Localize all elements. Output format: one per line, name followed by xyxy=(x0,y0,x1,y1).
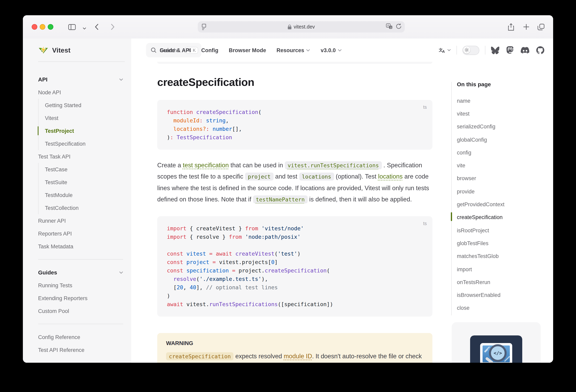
outline-item-name[interactable]: name xyxy=(457,94,504,107)
text-link-module-id[interactable]: module ID xyxy=(284,353,312,360)
sidebar-item-vitest[interactable]: Vitest xyxy=(45,112,123,124)
sidebar-item-testcase[interactable]: TestCase xyxy=(45,163,123,176)
close-window-button[interactable] xyxy=(32,24,37,30)
divider xyxy=(485,46,485,55)
text-run: that can be used in xyxy=(229,161,285,168)
code-line: import { createVitest } from 'vitest/nod… xyxy=(167,224,423,233)
text-link-test-specification[interactable]: test specification xyxy=(183,161,229,168)
language-switcher[interactable]: 文 A xyxy=(439,47,451,53)
signature-code-block[interactable]: ts function createSpecification( moduleI… xyxy=(157,100,432,150)
outline-list: namevitestserializedConfigglobalConfigco… xyxy=(457,94,504,315)
sidebar-item-custom-pool[interactable]: Custom Pool xyxy=(38,304,123,317)
outline-title: On this page xyxy=(457,81,491,88)
outline-item-browser[interactable]: browser xyxy=(457,172,504,185)
outline-item-provide[interactable]: provide xyxy=(457,185,504,198)
sidebar-item-extending-reporters[interactable]: Extending Reporters xyxy=(38,292,123,304)
outline-item-import[interactable]: import xyxy=(457,263,504,276)
sidebar-section-guides[interactable]: Guides xyxy=(38,266,123,279)
outline-item-close[interactable]: close xyxy=(457,302,504,315)
social-links xyxy=(491,46,544,54)
nav-link-browser-mode[interactable]: Browser Mode xyxy=(229,47,266,53)
code-line: resolve('./example.test.ts'), xyxy=(167,275,423,283)
previous-codeblock-fragment xyxy=(157,62,432,64)
sidebar-item-testmodule[interactable]: TestModule xyxy=(45,189,123,201)
search-icon xyxy=(151,47,156,53)
outline-item-matchestestglob[interactable]: matchesTestGlob xyxy=(457,250,504,263)
sidebar-item-testproject[interactable]: TestProject xyxy=(45,124,123,137)
forward-icon[interactable] xyxy=(108,22,117,32)
text-link-locations[interactable]: locations xyxy=(378,173,403,180)
nav-link-resources[interactable]: Resources xyxy=(277,47,310,53)
code-line: ): TestSpecification xyxy=(167,133,423,142)
code-line: const specification = project.createSpec… xyxy=(167,266,423,275)
sidebar-divider xyxy=(38,259,123,260)
sidebar-nav: APINode APIGetting StartedVitestTestProj… xyxy=(38,73,123,356)
navbar-utils: 文 A xyxy=(439,38,544,62)
outline-item-globalconfig[interactable]: globalConfig xyxy=(457,133,504,146)
minimize-window-button[interactable] xyxy=(40,24,45,30)
sidebar-item-runner-api[interactable]: Runner API xyxy=(38,214,123,227)
code-link-vitest-runtestspecifications[interactable]: vitest.runTestSpecifications xyxy=(285,161,382,169)
sidebar-item-test-api-reference[interactable]: Test API Reference xyxy=(38,343,123,356)
outline-item-vitest[interactable]: vitest xyxy=(457,107,504,120)
github-icon[interactable] xyxy=(536,46,544,54)
sidebar-divider xyxy=(38,324,123,324)
inline-code-createspecification: createSpecification xyxy=(166,352,234,360)
warning-title: WARNING xyxy=(166,340,424,346)
outline-item-isbrowserenabled[interactable]: isBrowserEnabled xyxy=(457,289,504,302)
sidebar-item-testsuite[interactable]: TestSuite xyxy=(45,176,123,189)
sidebar-item-node-api[interactable]: Node API xyxy=(38,86,123,99)
tab-overview-icon[interactable] xyxy=(536,22,546,32)
outline-item-serializedconfig[interactable]: serializedConfig xyxy=(457,120,504,133)
outline-item-globtestfiles[interactable]: globTestFiles xyxy=(457,237,504,250)
discord-icon[interactable] xyxy=(521,47,529,54)
zoom-window-button[interactable] xyxy=(48,24,53,30)
browser-toolbar: vitest.dev A 文 xyxy=(23,15,553,39)
sidebar-item-config-reference[interactable]: Config Reference xyxy=(38,331,123,343)
sidebar-item-getting-started[interactable]: Getting Started xyxy=(45,99,123,112)
address-bar[interactable]: vitest.dev A 文 xyxy=(198,21,405,32)
svg-text:A: A xyxy=(387,24,389,27)
code-line: locations?: number[], xyxy=(167,125,423,133)
new-tab-icon[interactable] xyxy=(521,22,531,32)
sidebar-section-api[interactable]: API xyxy=(38,73,123,86)
theme-toggle[interactable] xyxy=(462,46,479,55)
text-run: (optional). Test xyxy=(334,173,378,180)
reload-icon[interactable] xyxy=(396,23,402,30)
sidebar-item-task-metadata[interactable]: Task Metadata xyxy=(38,240,123,253)
sidebar-item-reporters-api[interactable]: Reporters API xyxy=(38,227,123,240)
warning-callout: WARNING createSpecification expects reso… xyxy=(157,333,432,363)
tab-group-chevron-icon[interactable] xyxy=(79,24,89,33)
outline-item-getprovidedcontext[interactable]: getProvidedContext xyxy=(457,198,504,211)
warning-body: createSpecification expects resolved mod… xyxy=(166,351,424,363)
translate-a-icon: 文 A xyxy=(439,47,446,53)
vitest-logo[interactable]: Vitest xyxy=(38,38,71,62)
sun-icon xyxy=(463,46,470,53)
translate-icon[interactable]: A 文 xyxy=(386,23,393,30)
reader-icon[interactable] xyxy=(201,24,206,31)
back-icon[interactable] xyxy=(92,22,101,32)
nav-link-guide-api[interactable]: Guide & API xyxy=(160,47,191,53)
main-content: createSpecification ts function createSp… xyxy=(131,62,553,363)
sidebar-item-testcollection[interactable]: TestCollection xyxy=(45,201,123,214)
nav-link-v3-0-0[interactable]: v3.0.0 xyxy=(321,47,342,53)
nav-link-config[interactable]: Config xyxy=(201,47,218,53)
mastodon-icon[interactable] xyxy=(506,46,514,54)
outline-item-createspecification[interactable]: createSpecification xyxy=(457,211,504,224)
sidebar-toggle-icon[interactable] xyxy=(67,22,77,32)
example-code-block[interactable]: ts import { createVitest } from 'vitest/… xyxy=(157,216,432,317)
bluesky-icon[interactable] xyxy=(491,46,499,54)
code-line: [20, 40], // optional test lines xyxy=(167,283,423,292)
text-run: and test xyxy=(274,173,299,180)
code-link-testnamepattern[interactable]: testNamePattern xyxy=(253,195,307,203)
sidebar-item-running-tests[interactable]: Running Tests xyxy=(38,279,123,292)
screenshot-stage: vitest.dev A 文 xyxy=(0,0,576,392)
outline-item-config[interactable]: config xyxy=(457,146,504,159)
outline-item-ontestsrerun[interactable]: onTestsRerun xyxy=(457,276,504,289)
outline-item-vite[interactable]: vite xyxy=(457,159,504,172)
sponsor-card[interactable]: </> xyxy=(452,322,541,363)
sidebar-item-testspecification[interactable]: TestSpecification xyxy=(45,137,123,150)
share-icon[interactable] xyxy=(506,22,516,32)
sidebar-item-test-task-api[interactable]: Test Task API xyxy=(38,150,123,163)
outline-item-isrootproject[interactable]: isRootProject xyxy=(457,224,504,237)
